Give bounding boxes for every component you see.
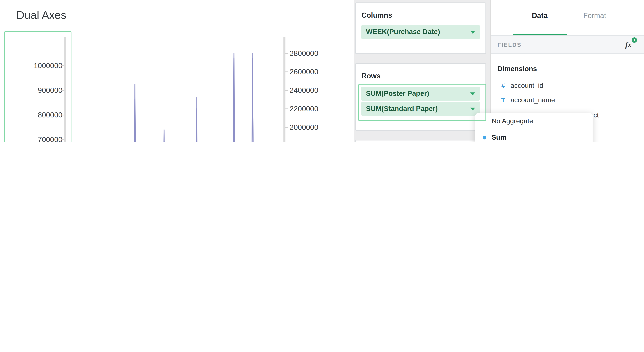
series-standard-paper (88, 58, 266, 142)
pill-label: SUM(Poster Paper) (366, 90, 429, 98)
right-axis-tick-mark (286, 90, 288, 91)
left-axis-tick-label: 1000000 (15, 62, 62, 70)
chevron-down-icon[interactable] (470, 30, 475, 34)
rows-card: Rows SUM(Poster Paper) SUM(Standard Pape… (355, 63, 486, 130)
all-layers-card: All Layers Line T (355, 140, 486, 142)
scale-wrapper: Dual Axes 010000020000030000040000050000… (0, 0, 644, 142)
left-axis-line (64, 37, 66, 142)
aggregate-menu: No AggregateSumCountCount (Distinct)Appr… (475, 113, 592, 142)
right-axis-tick-label: 2600000 (290, 68, 335, 76)
menu-item-label: Sum (492, 134, 506, 142)
right-axis-tick-mark (286, 72, 288, 72)
chevron-down-icon[interactable] (470, 92, 475, 95)
columns-pill-week-purchase-date[interactable]: WEEK(Purchase Date) (361, 25, 480, 39)
app-window: Dual Axes 010000020000030000040000050000… (0, 0, 644, 142)
right-axis-tick-label: 2400000 (290, 86, 335, 94)
rows-header: Rows (356, 64, 486, 80)
right-axis-tick-mark (286, 108, 288, 109)
field-item-partial: ct (594, 110, 599, 120)
all-layers-header: All Layers (356, 140, 486, 142)
rows-pill-standard-paper[interactable]: SUM(Standard Paper) (361, 102, 480, 116)
text-type-icon: T (500, 96, 506, 103)
left-axis-tick-mark (61, 139, 64, 140)
selected-dot-icon (482, 136, 486, 139)
left-axis-tick-mark (61, 115, 64, 116)
right-axis-tick-mark (286, 127, 288, 128)
right-axis-tick-label: 2800000 (290, 49, 335, 58)
field-name: account_id (510, 82, 543, 89)
pill-label: WEEK(Purchase Date) (366, 28, 440, 36)
field-name: account_name (510, 96, 555, 104)
left-axis-tick-mark (61, 65, 64, 66)
columns-card: Columns WEEK(Purchase Date) (355, 2, 486, 54)
left-axis-tick-label: 800000 (15, 111, 62, 119)
menu-item-label: No Aggregate (492, 117, 533, 125)
left-axis-tick-label: 900000 (15, 86, 62, 94)
left-axis-tick-label: 700000 (15, 136, 62, 142)
menu-item-sum[interactable]: Sum (475, 129, 592, 142)
chart-title: Dual Axes (16, 9, 66, 22)
chart-lines (66, 37, 285, 142)
left-axis-tick-mark (61, 90, 64, 91)
menu-item-no-aggregate[interactable]: No Aggregate (475, 113, 592, 129)
field-item-account_id[interactable]: #account_id (500, 81, 543, 90)
chevron-down-icon[interactable] (470, 107, 475, 110)
right-axis-tick-label: 2200000 (290, 105, 335, 113)
right-axis-tick-label: 2000000 (290, 123, 335, 132)
series-poster-paper (88, 54, 266, 142)
rows-pill-poster-paper[interactable]: SUM(Poster Paper) (361, 87, 480, 100)
field-item-account_name[interactable]: Taccount_name (500, 95, 555, 104)
right-axis-tick-mark (286, 53, 288, 54)
columns-header: Columns (356, 3, 486, 19)
number-type-icon: # (500, 82, 506, 89)
pill-label: SUM(Standard Paper) (366, 105, 438, 113)
